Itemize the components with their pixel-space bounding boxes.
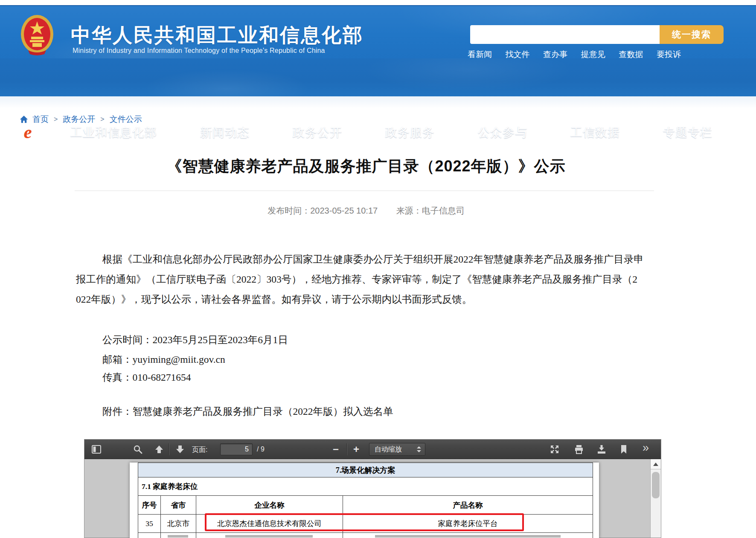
cell-clipped bbox=[343, 533, 593, 538]
zoom-select-value: 自动缩放 bbox=[375, 445, 402, 453]
scroll-up-button[interactable] bbox=[651, 459, 661, 469]
sidebar-toggle-icon[interactable] bbox=[91, 444, 102, 454]
contact-email: 邮箱：yuyiming@miit.gov.cn bbox=[102, 353, 225, 366]
notice-time: 公示时间：2023年5月25日至2023年6月1日 bbox=[102, 333, 288, 347]
search-button[interactable]: 统一搜索 bbox=[660, 25, 724, 44]
nav-item-special[interactable]: 专题专栏 bbox=[663, 124, 712, 141]
table-subsection-row: 7.1 家庭养老床位 bbox=[138, 477, 593, 496]
publish-time: 发布时间：2023-05-25 10:17 bbox=[268, 206, 378, 215]
page-total: / 9 bbox=[257, 445, 265, 453]
quick-link-data[interactable]: 查数据 bbox=[619, 49, 643, 59]
bookmark-icon[interactable] bbox=[619, 444, 629, 454]
presentation-mode-icon[interactable] bbox=[550, 444, 560, 454]
toolbar-divider bbox=[169, 443, 169, 455]
col-header-company: 企业名称 bbox=[196, 496, 343, 515]
col-header-index: 序号 bbox=[138, 496, 161, 515]
find-icon[interactable] bbox=[133, 444, 143, 454]
table-section-row: 7.场景化解决方案 bbox=[138, 463, 593, 477]
main-nav: e 工业和信息化部 新闻动态 政务公开 政务服务 公众参与 工信数据 专题专栏 bbox=[0, 58, 756, 96]
previous-page-icon[interactable] bbox=[154, 444, 164, 454]
page: 中华人民共和国工业和信息化部 Ministry of Industry and … bbox=[0, 0, 756, 538]
breadcrumb-separator: > bbox=[54, 116, 58, 123]
paragraph-line: 022年版）》，现予以公示，请社会各界监督。如有异议，请于公示期内以书面形式反馈… bbox=[76, 292, 472, 306]
cell-company: 北京恩杰佳通信息技术有限公司 bbox=[196, 515, 343, 533]
cell-clipped bbox=[161, 533, 196, 538]
quick-link-suggest[interactable]: 提意见 bbox=[581, 49, 605, 59]
nav-item-ministry[interactable]: 工业和信息化部 bbox=[70, 124, 157, 141]
paragraph-line: 根据《工业和信息化部办公厅民政部办公厅国家卫生健康委办公厅关于组织开展2022年… bbox=[102, 252, 644, 266]
pdf-toolbar: 页面: / 9 − + 自动缩放 bbox=[84, 440, 661, 459]
quick-link-services[interactable]: 查办事 bbox=[543, 49, 567, 59]
quick-link-news[interactable]: 看新闻 bbox=[468, 49, 492, 59]
home-icon bbox=[20, 115, 28, 124]
nav-item-gov-open[interactable]: 政务公开 bbox=[293, 124, 342, 141]
zoom-in-icon[interactable]: + bbox=[353, 443, 359, 455]
download-icon[interactable] bbox=[596, 444, 607, 454]
table-row: 35 北京市 北京恩杰佳通信息技术有限公司 家庭养老床位平台 bbox=[138, 515, 593, 533]
subsection-title: 7.1 家庭养老床位 bbox=[138, 477, 593, 496]
col-header-province: 省市 bbox=[161, 496, 196, 515]
catalog-table: 7.场景化解决方案 7.1 家庭养老床位 序号 省市 企业名称 产品名称 35 … bbox=[138, 463, 593, 538]
site-title: 中华人民共和国工业和信息化部 bbox=[71, 22, 363, 49]
source: 来源：电子信息司 bbox=[396, 206, 465, 215]
cell-product: 家庭养老床位平台 bbox=[343, 515, 593, 533]
page-label: 页面: bbox=[192, 445, 207, 454]
table-row-clipped bbox=[138, 533, 593, 538]
next-page-icon[interactable] bbox=[175, 444, 185, 454]
paragraph-line: 报工作的通知》（工信厅联电子函〔2022〕303号），经地方推荐、专家评审等，制… bbox=[76, 272, 637, 286]
page-number-input[interactable] bbox=[220, 443, 253, 455]
cell-clipped bbox=[196, 533, 343, 538]
cell-index: 35 bbox=[138, 515, 161, 533]
zoom-select[interactable]: 自动缩放 bbox=[369, 443, 425, 456]
breadcrumb-home[interactable]: 首页 bbox=[32, 114, 49, 125]
zoom-out-icon[interactable]: − bbox=[333, 443, 339, 455]
nav-items: 工业和信息化部 新闻动态 政务公开 政务服务 公众参与 工信数据 专题专栏 bbox=[70, 124, 712, 141]
nav-item-miit-data[interactable]: 工信数据 bbox=[570, 124, 620, 141]
toolbar-more-icon[interactable]: » bbox=[643, 441, 649, 454]
search-input[interactable] bbox=[470, 25, 660, 44]
quick-link-files[interactable]: 找文件 bbox=[506, 49, 530, 59]
site-header: 中华人民共和国工业和信息化部 Ministry of Industry and … bbox=[0, 5, 756, 58]
nav-item-gov-service[interactable]: 政务服务 bbox=[385, 124, 435, 141]
attachment-line: 附件：智慧健康养老产品及服务推广目录（2022年版）拟入选名单 bbox=[102, 405, 393, 418]
pdf-viewer: 页面: / 9 − + 自动缩放 bbox=[84, 439, 661, 538]
nav-item-participation[interactable]: 公众参与 bbox=[478, 124, 527, 141]
print-icon[interactable] bbox=[574, 444, 584, 454]
title-divider bbox=[75, 191, 654, 191]
header-fade bbox=[0, 96, 756, 108]
gov-service-logo-icon: e bbox=[20, 122, 35, 142]
scroll-up-icon bbox=[653, 463, 658, 466]
breadcrumb-gov-open[interactable]: 政务公开 bbox=[63, 114, 95, 125]
quick-link-complaint[interactable]: 要投诉 bbox=[657, 49, 681, 59]
breadcrumb: 首页 > 政务公开 > 文件公示 bbox=[20, 114, 142, 124]
top-strip bbox=[0, 0, 756, 5]
toolbar-divider bbox=[346, 443, 347, 455]
breadcrumb-separator: > bbox=[100, 116, 104, 123]
section-title: 7.场景化解决方案 bbox=[138, 463, 593, 477]
breadcrumb-file-notice[interactable]: 文件公示 bbox=[110, 114, 142, 125]
article-title: 《智慧健康养老产品及服务推广目录（2022年版）》公示 bbox=[77, 156, 655, 177]
publish-info: 发布时间：2023-05-25 10:17 来源：电子信息司 bbox=[77, 205, 655, 217]
site-subtitle: Ministry of Industry and Information Tec… bbox=[73, 47, 325, 55]
contact-fax: 传真：010-68271654 bbox=[102, 370, 191, 384]
cell-clipped bbox=[138, 533, 161, 538]
scrollbar-thumb[interactable] bbox=[652, 472, 660, 498]
cell-province: 北京市 bbox=[161, 515, 196, 533]
national-emblem-icon bbox=[20, 14, 55, 56]
pdf-scrollbar[interactable] bbox=[650, 459, 661, 538]
select-spinner-icon bbox=[417, 446, 421, 452]
pdf-page: 7.场景化解决方案 7.1 家庭养老床位 序号 省市 企业名称 产品名称 35 … bbox=[130, 463, 599, 538]
table-header-row: 序号 省市 企业名称 产品名称 bbox=[138, 496, 593, 515]
nav-item-news[interactable]: 新闻动态 bbox=[200, 124, 250, 141]
quick-links: 看新闻 找文件 查办事 提意见 查数据 要投诉 bbox=[468, 49, 681, 59]
col-header-product: 产品名称 bbox=[343, 496, 593, 515]
